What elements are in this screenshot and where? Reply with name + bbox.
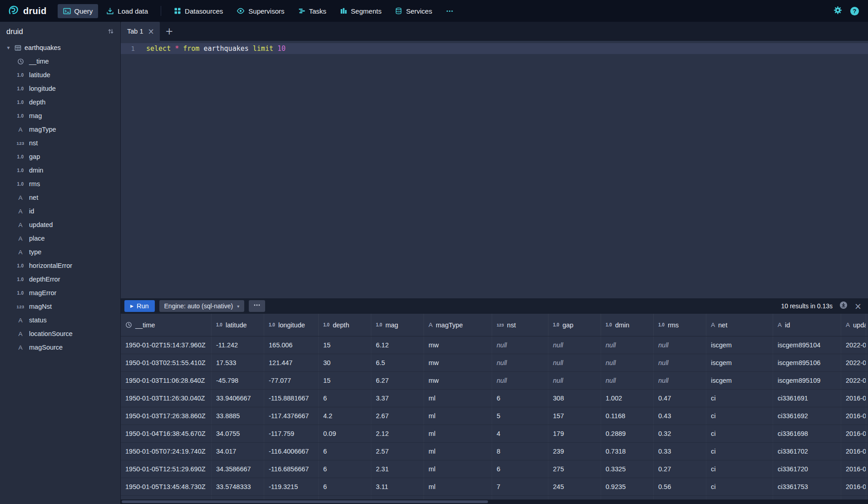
cell-__time[interactable]: 1950-01-03T11:26:30.040Z: [121, 390, 212, 407]
cell-id[interactable]: ci3361702: [773, 443, 841, 460]
cell-latitude[interactable]: -11.242: [212, 336, 264, 354]
cell-dmin[interactable]: 0.2889: [601, 425, 654, 442]
cell-longitude[interactable]: -77.077: [264, 372, 319, 389]
double-caret-sort-icon[interactable]: [108, 28, 114, 35]
cell-nst[interactable]: 6: [492, 390, 548, 407]
cell-net[interactable]: iscgem: [706, 354, 773, 371]
cell-mag[interactable]: 2.12: [371, 425, 424, 442]
cell-nst[interactable]: 4: [492, 425, 548, 442]
cell-latitude[interactable]: 33.8885: [212, 407, 264, 425]
nav-item-segments[interactable]: Segments: [335, 4, 387, 18]
nav-item-datasources[interactable]: Datasources: [168, 4, 228, 18]
column-header-net[interactable]: Anet: [706, 314, 773, 336]
tab-close-icon[interactable]: ×: [148, 28, 154, 35]
cell-mag[interactable]: 2.67: [371, 407, 424, 425]
column-header-longitude[interactable]: 1.0longitude: [264, 314, 319, 336]
cell-depth[interactable]: 15: [319, 372, 371, 389]
sidebar-item-magNst[interactable]: 123magNst: [0, 300, 120, 313]
scrollbar-thumb[interactable]: [122, 500, 488, 503]
tab-1[interactable]: Tab 1 ×: [121, 22, 160, 41]
cell-updated[interactable]: 2016-0: [841, 460, 866, 478]
nav-item-services[interactable]: Services: [390, 4, 438, 18]
column-header-nst[interactable]: 123nst: [492, 314, 548, 336]
cell-id[interactable]: iscgem895106: [773, 354, 841, 371]
new-tab-button[interactable]: +: [160, 22, 179, 41]
sidebar-item-rms[interactable]: 1.0rms: [0, 177, 120, 191]
cell-magType[interactable]: mw: [424, 372, 492, 389]
sidebar-item-magError[interactable]: 1.0magError: [0, 286, 120, 300]
sidebar-item-longitude[interactable]: 1.0longitude: [0, 82, 120, 95]
cell-__time[interactable]: 1950-01-03T02:51:55.410Z: [121, 354, 212, 371]
cell-latitude[interactable]: -45.798: [212, 372, 264, 389]
cell-rms[interactable]: 0.32: [654, 425, 706, 442]
cell-magType[interactable]: ml: [424, 407, 492, 425]
cell-nst[interactable]: 7: [492, 478, 548, 495]
cell-depth[interactable]: 6: [319, 460, 371, 478]
cell-gap[interactable]: null: [548, 354, 601, 371]
cell-dmin[interactable]: null: [601, 336, 654, 354]
cell-rms[interactable]: 0.43: [654, 407, 706, 425]
sidebar-item-mag[interactable]: 1.0mag: [0, 109, 120, 123]
sidebar-item-dmin[interactable]: 1.0dmin: [0, 163, 120, 177]
column-header-__time[interactable]: __time: [121, 314, 212, 336]
sidebar-item-net[interactable]: Anet: [0, 191, 120, 204]
cell-gap[interactable]: 157: [548, 407, 601, 425]
cell-net[interactable]: iscgem: [706, 336, 773, 354]
cell-rms[interactable]: 0.47: [654, 390, 706, 407]
cell-longitude[interactable]: 121.447: [264, 354, 319, 371]
cell-longitude[interactable]: -117.4376667: [264, 407, 319, 425]
nav-item-supervisors[interactable]: Supervisors: [231, 4, 290, 18]
cell-depth[interactable]: 15: [319, 336, 371, 354]
cell-longitude[interactable]: 165.006: [264, 336, 319, 354]
nav-item-more[interactable]: [440, 4, 459, 18]
cell-net[interactable]: ci: [706, 425, 773, 442]
cell-depth[interactable]: 4.2: [319, 407, 371, 425]
cell-dmin[interactable]: 0.7318: [601, 443, 654, 460]
sidebar-item-magType[interactable]: AmagType: [0, 123, 120, 136]
cell-net[interactable]: ci: [706, 460, 773, 478]
cell-__time[interactable]: 1950-01-05T12:51:29.690Z: [121, 460, 212, 478]
cell-updated[interactable]: 2016-0: [841, 425, 866, 442]
cell-dmin[interactable]: null: [601, 354, 654, 371]
cell-longitude[interactable]: -119.3215: [264, 478, 319, 495]
cell-net[interactable]: iscgem: [706, 372, 773, 389]
cell-magType[interactable]: ml: [424, 460, 492, 478]
cell-id[interactable]: ci3361691: [773, 390, 841, 407]
nav-item-load-data[interactable]: Load data: [101, 4, 153, 18]
cell-latitude[interactable]: 34.017: [212, 443, 264, 460]
cell-__time[interactable]: 1950-01-05T13:45:48.730Z: [121, 478, 212, 495]
cell-nst[interactable]: null: [492, 372, 548, 389]
cell-dmin[interactable]: 0.9235: [601, 478, 654, 495]
help-button[interactable]: ?: [850, 7, 859, 15]
cell-updated[interactable]: 2022-0: [841, 372, 866, 389]
cell-rms[interactable]: null: [654, 336, 706, 354]
cell-mag[interactable]: 6.27: [371, 372, 424, 389]
sidebar-item-id[interactable]: Aid: [0, 204, 120, 218]
cell-__time[interactable]: 1950-01-04T16:38:45.670Z: [121, 425, 212, 442]
run-button[interactable]: ▶ Run: [124, 300, 155, 312]
cell-mag[interactable]: 2.31: [371, 460, 424, 478]
cell-gap[interactable]: 245: [548, 478, 601, 495]
cell-id[interactable]: ci3361720: [773, 460, 841, 478]
cell-magType[interactable]: mw: [424, 336, 492, 354]
column-header-id[interactable]: Aid: [773, 314, 841, 336]
cell-id[interactable]: ci3361692: [773, 407, 841, 425]
cell-updated[interactable]: 2016-0: [841, 478, 866, 495]
cell-mag[interactable]: 3.11: [371, 478, 424, 495]
cell-depth[interactable]: 6: [319, 390, 371, 407]
sidebar-item-depthError[interactable]: 1.0depthError: [0, 272, 120, 286]
engine-select[interactable]: Engine: auto (sql-native) ▾: [159, 300, 245, 312]
cell-latitude[interactable]: 33.5748333: [212, 478, 264, 495]
cell-gap[interactable]: 308: [548, 390, 601, 407]
cell-nst[interactable]: 5: [492, 407, 548, 425]
cell-longitude[interactable]: -116.4006667: [264, 443, 319, 460]
cell-depth[interactable]: 6: [319, 478, 371, 495]
sidebar-item-latitude[interactable]: 1.0latitude: [0, 68, 120, 82]
cell-magType[interactable]: ml: [424, 390, 492, 407]
sidebar-item-magSource[interactable]: AmagSource: [0, 341, 120, 354]
column-header-dmin[interactable]: 1.0dmin: [601, 314, 654, 336]
cell-__time[interactable]: 1950-01-03T17:26:38.860Z: [121, 407, 212, 425]
cell-mag[interactable]: 3.37: [371, 390, 424, 407]
sidebar-item-horizontalError[interactable]: 1.0horizontalError: [0, 259, 120, 272]
cell-depth[interactable]: 6: [319, 443, 371, 460]
